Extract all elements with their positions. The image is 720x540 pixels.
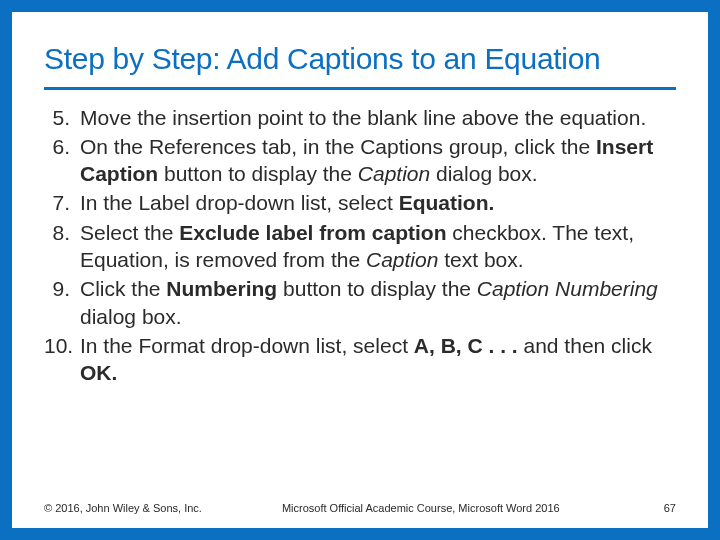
- slide-body: 5. Move the insertion point to the blank…: [44, 104, 676, 387]
- list-text: Move the insertion point to the blank li…: [80, 104, 676, 131]
- footer-course: Microsoft Official Academic Course, Micr…: [282, 502, 560, 514]
- slide-title: Step by Step: Add Captions to an Equatio…: [44, 42, 676, 90]
- list-item: 6. On the References tab, in the Caption…: [44, 133, 676, 188]
- list-item: 7. In the Label drop-down list, select E…: [44, 189, 676, 216]
- list-text: On the References tab, in the Captions g…: [80, 133, 676, 188]
- slide-footer: © 2016, John Wiley & Sons, Inc. Microsof…: [44, 502, 676, 514]
- list-text: In the Label drop-down list, select Equa…: [80, 189, 676, 216]
- list-number: 7.: [44, 189, 80, 216]
- list-number: 5.: [44, 104, 80, 131]
- footer-copyright: © 2016, John Wiley & Sons, Inc.: [44, 502, 202, 514]
- list-number: 8.: [44, 219, 80, 274]
- list-number: 10.: [44, 332, 80, 387]
- list-item: 9. Click the Numbering button to display…: [44, 275, 676, 330]
- list-item: 10. In the Format drop-down list, select…: [44, 332, 676, 387]
- slide: Step by Step: Add Captions to an Equatio…: [0, 0, 720, 540]
- list-number: 6.: [44, 133, 80, 188]
- list-item: 5. Move the insertion point to the blank…: [44, 104, 676, 131]
- list-item: 8. Select the Exclude label from caption…: [44, 219, 676, 274]
- footer-page-number: 67: [664, 502, 676, 514]
- list-text: Click the Numbering button to display th…: [80, 275, 676, 330]
- list-text: Select the Exclude label from caption ch…: [80, 219, 676, 274]
- list-text: In the Format drop-down list, select A, …: [80, 332, 676, 387]
- list-number: 9.: [44, 275, 80, 330]
